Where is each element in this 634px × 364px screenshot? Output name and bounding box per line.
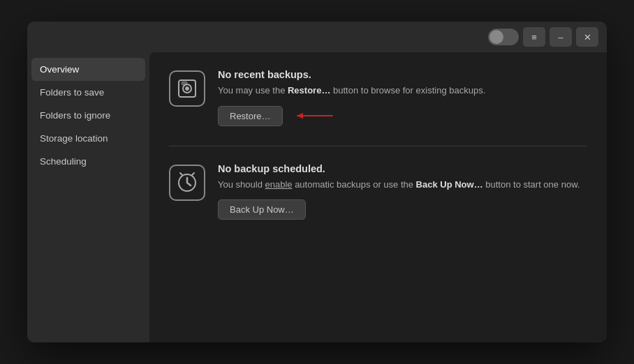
restore-button[interactable]: Restore… [218, 106, 283, 126]
no-recent-backups-card: No recent backups. You may use the Resto… [169, 69, 587, 126]
sidebar-item-scheduling[interactable]: Scheduling [27, 150, 149, 173]
desc2-prefix: You should [218, 179, 265, 190]
svg-point-2 [186, 87, 189, 91]
desc-prefix: You may use the [218, 85, 288, 96]
clock-icon [169, 165, 205, 201]
restore-link-text: Restore… [288, 85, 330, 96]
restore-row: Restore… [218, 106, 587, 126]
no-backup-scheduled-body: No backup scheduled. You should enable a… [218, 163, 587, 220]
backup-disk-icon [169, 70, 205, 107]
sidebar-item-overview[interactable]: Overview [31, 58, 145, 81]
desc2-suffix: button to start one now. [483, 179, 580, 190]
svg-marker-5 [297, 113, 303, 119]
sidebar-item-storage-location[interactable]: Storage location [27, 127, 149, 150]
minimize-button[interactable]: – [550, 27, 572, 47]
no-recent-backups-body: No recent backups. You may use the Resto… [218, 69, 587, 126]
desc-suffix: button to browse for existing backups. [330, 85, 485, 96]
toggle-switch[interactable] [488, 29, 519, 45]
sidebar-item-folders-to-save[interactable]: Folders to save [27, 81, 149, 104]
no-backup-scheduled-card: No backup scheduled. You should enable a… [169, 163, 587, 220]
disk-svg [176, 77, 198, 100]
clock-svg [176, 172, 198, 194]
divider [169, 146, 587, 146]
arrow-svg [294, 109, 336, 123]
enable-link[interactable]: enable [265, 179, 292, 190]
back-up-now-button[interactable]: Back Up Now… [218, 199, 306, 220]
sidebar: Overview Folders to save Folders to igno… [27, 52, 149, 342]
main-content: No recent backups. You may use the Resto… [149, 52, 607, 342]
no-recent-backups-desc: You may use the Restore… button to brows… [218, 84, 587, 98]
menu-button[interactable]: ≡ [523, 27, 545, 47]
svg-rect-3 [182, 82, 187, 85]
content-area: Overview Folders to save Folders to igno… [27, 52, 607, 342]
no-backup-scheduled-title: No backup scheduled. [218, 163, 587, 174]
no-backup-scheduled-desc: You should enable automatic backups or u… [218, 178, 587, 192]
close-button[interactable]: ✕ [576, 27, 598, 47]
app-window: ≡ – ✕ Overview Folders to save Folders t… [27, 22, 607, 342]
desc2-middle: automatic backups or use the [293, 179, 416, 190]
back-up-now-text: Back Up Now… [416, 179, 483, 190]
sidebar-item-folders-to-ignore[interactable]: Folders to ignore [27, 104, 149, 127]
no-recent-backups-title: No recent backups. [218, 69, 587, 80]
arrow-indicator [294, 109, 336, 123]
titlebar: ≡ – ✕ [27, 22, 607, 52]
